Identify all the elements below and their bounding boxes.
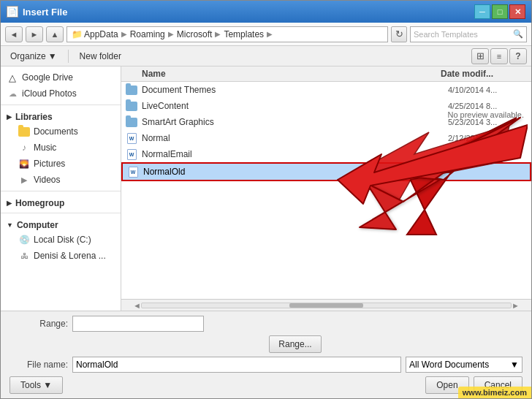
icloud-icon: ☁ — [7, 88, 18, 99]
horizontal-scrollbar[interactable]: ◄ ► — [121, 299, 531, 311]
toolbar-separator — [68, 50, 69, 63]
sidebar-label-music: Music — [34, 142, 56, 153]
tools-label: Tools — [20, 380, 41, 390]
file-name: Normal — [142, 133, 448, 143]
sidebar-item-videos[interactable]: ▶ Videos — [1, 172, 121, 188]
new-folder-label: New folder — [80, 51, 121, 61]
help-button[interactable]: ? — [509, 48, 527, 64]
tools-arrow: ▼ — [43, 380, 52, 390]
address-path[interactable]: 📁 AppData ▶ Roaming ▶ Microsoft ▶ Templa… — [66, 26, 388, 42]
filename-row: File name: All Word Documents ▼ — [10, 357, 522, 373]
folder-icon — [124, 100, 139, 112]
toolbar: Organize ▼ New folder ⊞ ≡ ? — [1, 46, 531, 66]
crumb-templates[interactable]: Templates — [224, 29, 264, 39]
filename-input[interactable] — [72, 357, 401, 373]
sidebar-item-google-drive[interactable]: △ Google Drive — [1, 69, 121, 86]
table-row-selected[interactable]: W NormalOld — [121, 162, 531, 181]
filename-label: File name: — [10, 360, 68, 370]
scroll-thumb[interactable] — [289, 303, 363, 308]
range-button[interactable]: Range... — [269, 335, 321, 353]
homegroup-arrow-icon: ▶ — [7, 200, 12, 207]
breadcrumb: 📁 AppData ▶ Roaming ▶ Microsoft ▶ Templa… — [72, 29, 274, 39]
view-details-button[interactable]: ≡ — [490, 48, 508, 64]
crumb-roaming[interactable]: Roaming — [130, 29, 165, 39]
tools-button[interactable]: Tools ▼ — [10, 376, 63, 394]
document-icon-selected: W — [126, 166, 140, 178]
sidebar-label-documents: Documents — [34, 126, 78, 137]
table-row[interactable]: Document Themes 4/10/2014 4... — [121, 82, 531, 98]
up-button[interactable]: ▲ — [46, 26, 64, 42]
sidebar-section-libraries[interactable]: ▶ Libraries — [1, 108, 121, 123]
address-bar: ◄ ► ▲ 📁 AppData ▶ Roaming ▶ Microsoft ▶ … — [1, 23, 531, 46]
folder-icon — [124, 116, 139, 128]
file-name: LiveContent — [142, 101, 448, 111]
organize-button[interactable]: Organize ▼ — [5, 49, 62, 64]
document-icon: W — [124, 132, 139, 144]
sidebar-label-libraries: Libraries — [15, 112, 53, 122]
refresh-button[interactable]: ↻ — [391, 26, 407, 42]
tools-area: Tools ▼ — [10, 376, 63, 394]
sidebar-item-icloud[interactable]: ☁ iCloud Photos — [1, 86, 121, 102]
file-name: NormalEmail — [142, 149, 448, 159]
music-icon: ♪ — [18, 142, 30, 153]
pictures-icon: 🌄 — [18, 158, 30, 170]
videos-icon: ▶ — [18, 174, 30, 186]
file-name: SmartArt Graphics — [142, 117, 448, 127]
sidebar-section-computer[interactable]: ▼ Computer — [1, 216, 121, 232]
dialog-window: 📄 Insert File ─ □ ✕ ◄ ► ▲ 📁 AppData ▶ Ro… — [0, 0, 532, 399]
minimize-button[interactable]: ─ — [474, 4, 490, 19]
sidebar-label-icloud: iCloud Photos — [22, 88, 77, 99]
libraries-arrow-icon: ▶ — [7, 113, 12, 121]
scroll-track — [141, 303, 512, 308]
range-btn-row: Range... — [10, 335, 522, 353]
col-header-date[interactable]: Date modif... — [436, 69, 531, 79]
filetype-dropdown[interactable]: All Word Documents ▼ — [406, 357, 522, 373]
table-row[interactable]: W NormalEmail 5/... — [121, 146, 531, 162]
close-button[interactable]: ✕ — [509, 4, 525, 19]
window-title: Insert File — [23, 7, 67, 18]
computer-arrow-icon: ▼ — [7, 221, 13, 229]
buttons-row: Tools ▼ Open Cancel — [10, 376, 522, 394]
sidebar-divider-1 — [1, 104, 121, 105]
table-row[interactable]: W Normal 2/12/2015 5... — [121, 130, 531, 146]
search-icon: 🔍 — [513, 29, 523, 39]
organize-arrow: ▼ — [48, 51, 57, 61]
local-disk-icon: 💿 — [18, 234, 30, 246]
back-button[interactable]: ◄ — [5, 26, 23, 42]
sidebar-item-local-disk[interactable]: 💿 Local Disk (C:) — [1, 232, 121, 248]
maximize-button[interactable]: □ — [492, 4, 508, 19]
view-list-button[interactable]: ⊞ — [471, 48, 489, 64]
title-icon: 📄 — [7, 6, 18, 18]
sidebar-label-computer: Computer — [17, 220, 58, 230]
col-header-name[interactable]: Name — [121, 69, 436, 79]
crumb-folder-icon: 📁 — [72, 29, 83, 39]
file-list-container: Name Date modif... Document Themes 4/10/… — [121, 66, 531, 311]
sidebar-item-network-drive[interactable]: 🖧 Denisi & Lorena ... — [1, 248, 121, 264]
forward-button[interactable]: ► — [26, 26, 43, 42]
sidebar-item-documents[interactable]: Documents — [1, 123, 121, 140]
scroll-left-btn[interactable]: ◄ — [133, 301, 141, 310]
sidebar-divider-2 — [1, 191, 121, 191]
organize-label: Organize — [10, 51, 46, 61]
bottom-area: Range: Range... File name: All Word Docu… — [1, 311, 531, 398]
filetype-arrow: ▼ — [510, 360, 519, 370]
filetype-label: All Word Documents — [409, 360, 489, 370]
folder-icon — [124, 84, 139, 96]
new-folder-button[interactable]: New folder — [75, 49, 126, 64]
file-list-header: Name Date modif... — [121, 66, 531, 82]
file-name-selected: NormalOld — [143, 167, 446, 177]
search-box[interactable]: Search Templates 🔍 — [410, 26, 527, 42]
sidebar-label-videos: Videos — [34, 175, 60, 185]
sidebar-item-pictures[interactable]: 🌄 Pictures — [1, 156, 121, 172]
range-input[interactable] — [72, 316, 204, 332]
sidebar-label-network: Denisi & Lorena ... — [34, 251, 106, 261]
file-date: 4/25/2014 8... — [448, 102, 528, 110]
sidebar-section-homegroup[interactable]: ▶ Homegroup — [1, 194, 121, 210]
crumb-appdata[interactable]: AppData — [84, 29, 118, 39]
sidebar-item-music[interactable]: ♪ Music — [1, 140, 121, 156]
crumb-microsoft[interactable]: Microsoft — [177, 29, 213, 39]
watermark: www.bimeiz.com — [458, 387, 531, 398]
file-date: 5/... — [448, 150, 528, 159]
scroll-right-btn[interactable]: ► — [512, 301, 520, 310]
network-drive-icon: 🖧 — [18, 250, 30, 262]
